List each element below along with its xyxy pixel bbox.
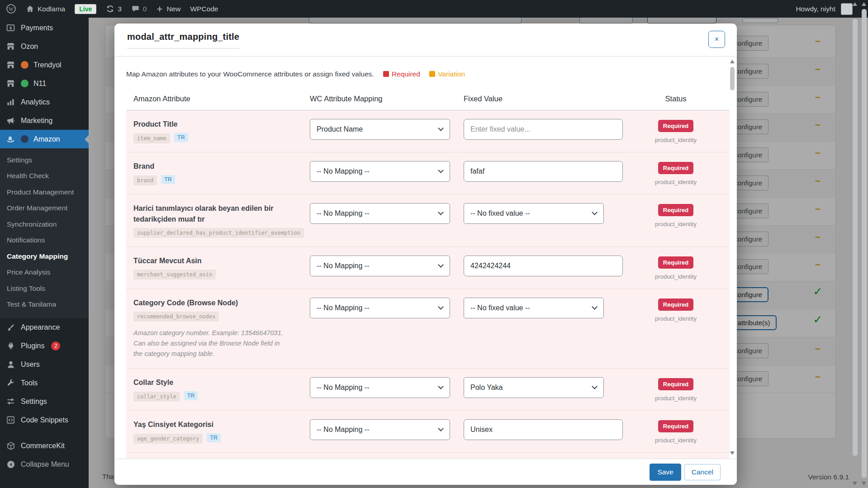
sidebar-subitem-product-management[interactable]: Product Management <box>0 184 89 200</box>
attribute-name: Category Code (Browse Node) <box>126 297 310 308</box>
updates-menu[interactable]: 3 <box>106 5 122 13</box>
required-status-badge: Required <box>658 162 693 174</box>
fixed-value-select[interactable]: -- No fixed value -- <box>464 298 604 318</box>
howdy-menu[interactable]: Howdy, niyht <box>796 5 835 13</box>
amazon-attribute-cell: Category Code (Browse Node)recommended_b… <box>126 297 310 360</box>
sidebar-item-code-snippets[interactable]: Code Snippets <box>0 411 89 429</box>
sidebar-item-amazon[interactable]: aAmazon <box>0 130 89 148</box>
modal-scrollbar-thumb[interactable] <box>730 67 735 90</box>
sidebar-item-users[interactable]: Users <box>0 355 89 374</box>
fixed-value-input[interactable] <box>464 119 623 140</box>
modal-title: modal_attr_mapping_title <box>127 32 239 49</box>
fixed-value-input[interactable] <box>464 419 623 440</box>
sidebar-item-label: Settings <box>21 398 47 406</box>
modal-scrollbar[interactable] <box>730 60 735 455</box>
save-button[interactable]: Save <box>650 464 681 481</box>
sidebar-item-label: Trendyol <box>33 61 62 69</box>
tr-language-badge: TR <box>207 433 221 442</box>
wc-mapping-cell: -- No Mapping -- <box>310 255 464 280</box>
sidebar-item-analytics[interactable]: Analytics <box>0 93 89 111</box>
admin-bar-left: W Kodlama Live 3 0 New WPCode <box>0 4 218 14</box>
fixed-value-input[interactable] <box>464 256 623 276</box>
current-item-arrow-icon <box>85 135 89 143</box>
page-scrollbar-thumb[interactable] <box>862 9 867 478</box>
scroll-up-icon[interactable] <box>862 2 866 6</box>
scroll-down-icon[interactable] <box>730 451 735 455</box>
modal-footer: Save Cancel <box>114 459 737 485</box>
wc-mapping-select[interactable]: -- No Mapping -- <box>310 161 450 182</box>
home-icon <box>26 5 34 13</box>
wc-mapping-select[interactable]: -- No Mapping -- <box>310 298 450 318</box>
attribute-name: Collar Style <box>126 376 310 388</box>
amazon-attribute-cell: BrandbrandTR <box>126 160 310 185</box>
sidebar-item-settings[interactable]: Settings <box>0 392 89 411</box>
wc-mapping-select[interactable]: -- No Mapping -- <box>310 256 450 276</box>
page-scrollbar[interactable] <box>861 0 867 488</box>
sidebar-item-label: Collapse Menu <box>21 460 69 469</box>
scroll-up-icon[interactable] <box>730 60 735 63</box>
wc-mapping-select[interactable]: -- No Mapping -- <box>310 419 450 440</box>
attribute-mapping-rows: Product Titleitem_nameTRProduct NameRequ… <box>126 110 730 459</box>
sidebar-subitem-health-check[interactable]: Health Check <box>0 168 89 185</box>
avatar[interactable] <box>841 3 853 15</box>
cancel-button[interactable]: Cancel <box>684 464 721 480</box>
attribute-note: Amazon category number. Example: 1354664… <box>126 328 310 360</box>
column-header-amazon-attribute: Amazon Attribute <box>126 95 310 103</box>
fixed-value-cell: -- No fixed value -- <box>464 297 633 360</box>
sidebar-subitem-listing-tools[interactable]: Listing Tools <box>0 280 89 297</box>
sidebar-item-ozon[interactable]: Ozon <box>0 37 89 56</box>
sidebar-item-plugins[interactable]: Plugins2 <box>0 336 89 355</box>
wpcode-menu[interactable]: WPCode <box>190 5 218 13</box>
wc-mapping-select-value: -- No Mapping -- <box>310 256 450 276</box>
sidebar-subitem-synchronization[interactable]: Synchronization <box>0 216 89 232</box>
scroll-down-icon[interactable] <box>862 482 866 485</box>
modal-description: Map Amazon attributes to your WooCommerc… <box>126 70 374 78</box>
fixed-value-select-value: -- No fixed value -- <box>464 204 603 223</box>
sidebar-subitem-category-mapping[interactable]: Category Mapping <box>0 248 89 265</box>
inner-scrollbar[interactable] <box>852 0 858 488</box>
sidebar-item-commercekit[interactable]: CommerceKit <box>0 436 89 455</box>
sidebar-item-n11[interactable]: N11 <box>0 74 89 93</box>
sidebar-item-appearance[interactable]: Appearance <box>0 318 89 336</box>
sidebar-item-marketing[interactable]: Marketing <box>0 111 89 130</box>
new-label: New <box>166 5 180 13</box>
amazon-icon: a <box>5 134 16 144</box>
users-icon <box>5 360 16 369</box>
site-name-menu[interactable]: Kodlama <box>26 5 65 13</box>
table-header-row: Amazon Attribute WC Attribute Mapping Fi… <box>126 89 730 110</box>
status-cell: Requiredproduct_identity <box>633 202 718 237</box>
sidebar-item-payments[interactable]: $Payments <box>0 19 89 37</box>
fixed-value-input[interactable] <box>464 161 623 182</box>
sidebar-subitem-settings[interactable]: Settings <box>0 152 89 168</box>
wc-mapping-select[interactable]: -- No Mapping -- <box>310 377 450 398</box>
new-content-menu[interactable]: New <box>156 5 180 13</box>
wc-mapping-select[interactable]: -- No Mapping -- <box>310 203 450 224</box>
amazon-attribute-cell: Yaş Cinsiyet Kategorisiage_gender_catego… <box>126 418 310 444</box>
sidebar-item-tools[interactable]: Tools <box>0 374 89 392</box>
sliders-icon <box>5 397 16 406</box>
close-button[interactable]: × <box>708 31 725 48</box>
amazon-attribute-cell: Tüccar Mevcut Asinmerchant_suggested_asi… <box>126 255 310 280</box>
status-cell: Requiredproduct_identity <box>633 376 718 402</box>
comments-menu[interactable]: 0 <box>131 5 147 13</box>
attribute-name: Product Title <box>126 118 310 129</box>
inner-scrollbar-thumb[interactable] <box>853 19 858 456</box>
wc-mapping-select[interactable]: Product Name <box>310 119 450 140</box>
sidebar-subitem-test-tanilama[interactable]: Test & Tanilama <box>0 297 89 313</box>
sidebar-item-collapse[interactable]: Collapse Menu <box>0 455 89 474</box>
scroll-up-icon[interactable] <box>853 2 857 6</box>
sidebar-item-trendyol[interactable]: Trendyol <box>0 56 89 74</box>
attribute-code: merchant_suggested_asin <box>133 270 216 280</box>
fixed-value-select[interactable]: Polo Yaka <box>464 377 604 398</box>
attribute-code: age_gender_category <box>133 434 203 444</box>
status-cell: Requiredproduct_identity <box>633 118 718 143</box>
fixed-value-select[interactable]: -- No fixed value -- <box>464 203 604 224</box>
scroll-down-icon[interactable] <box>853 482 857 485</box>
sidebar-subitem-notifications[interactable]: Notifications <box>0 232 89 249</box>
required-status-badge: Required <box>658 378 693 390</box>
analytics-icon <box>5 98 16 106</box>
wp-logo-menu[interactable]: W <box>6 4 16 14</box>
plugins-count-badge: 2 <box>51 341 60 351</box>
sidebar-subitem-price-analysis[interactable]: Price Analysis <box>0 265 89 281</box>
sidebar-subitem-order-management[interactable]: Order Management <box>0 200 89 217</box>
